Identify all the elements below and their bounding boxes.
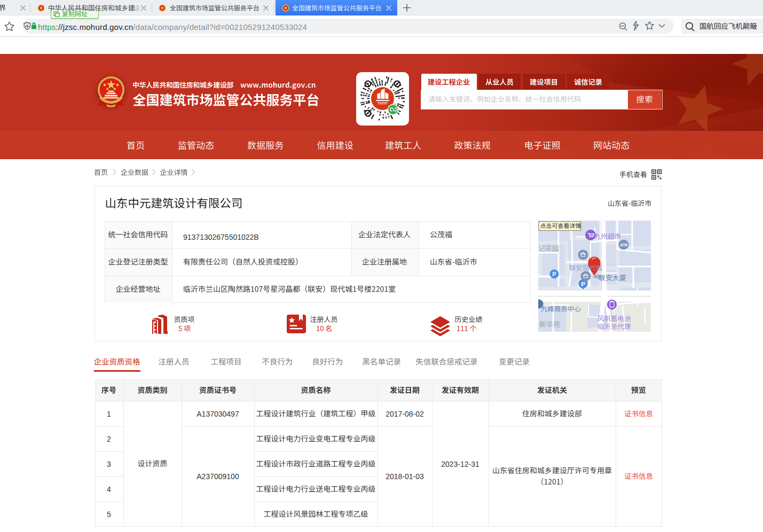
svg-text:P: P (581, 281, 585, 287)
svg-text:ATM: ATM (620, 243, 627, 247)
svg-text:P: P (552, 271, 556, 277)
